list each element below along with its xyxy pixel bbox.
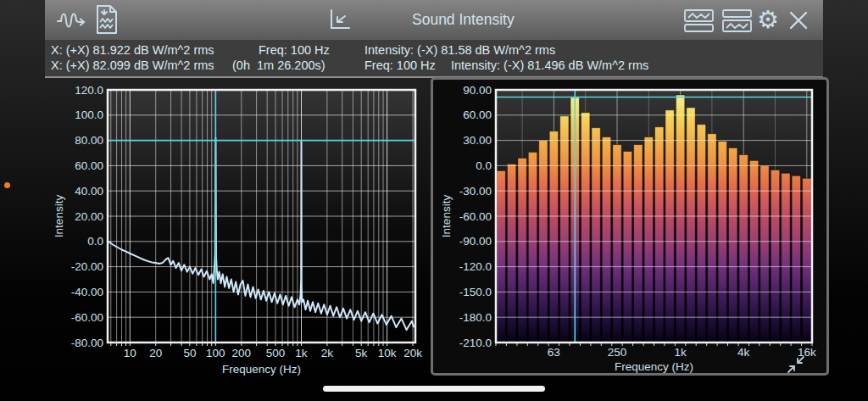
svg-text:-180.0: -180.0 [459, 311, 492, 324]
svg-text:50: 50 [183, 347, 196, 359]
split-view-top-icon[interactable] [683, 8, 715, 32]
svg-text:0.0: 0.0 [87, 235, 103, 248]
svg-text:Intensity: Intensity [440, 195, 453, 238]
svg-text:90.00: 90.00 [463, 84, 492, 97]
svg-text:60.00: 60.00 [75, 159, 103, 172]
svg-text:1k: 1k [674, 346, 687, 359]
svg-text:-60.00: -60.00 [459, 210, 492, 223]
readout-intensity-2: Intensity: (-X) 81.496 dB W/m^2 rms [451, 58, 648, 72]
cursor-axes-icon[interactable] [326, 8, 352, 33]
readout-x-value-1: X: (+X) 81.922 dB W/m^2 rms [51, 43, 214, 57]
resize-handle-icon[interactable] [785, 354, 807, 376]
svg-text:10: 10 [124, 347, 136, 359]
home-indicator[interactable] [323, 386, 545, 392]
svg-text:10k: 10k [378, 347, 397, 359]
svg-text:500: 500 [266, 347, 286, 359]
close-icon[interactable] [787, 9, 810, 31]
svg-text:40.00: 40.00 [75, 185, 103, 198]
svg-text:20: 20 [149, 347, 162, 359]
fft-spectrum-chart[interactable]: 120.0100.080.0060.0040.0020.000.0-20.00-… [51, 81, 428, 377]
svg-text:200: 200 [232, 347, 252, 359]
svg-text:-60.00: -60.00 [71, 311, 103, 324]
svg-text:0.0: 0.0 [476, 159, 492, 172]
octave-chart-panel: 90.0060.0030.000.0-30.00-60.00-90.00-120… [431, 77, 829, 376]
octave-spectrum-chart[interactable]: 90.0060.0030.000.0-30.00-60.00-90.00-120… [433, 80, 826, 373]
svg-text:Frequency (Hz): Frequency (Hz) [615, 360, 693, 373]
svg-text:30.00: 30.00 [463, 134, 492, 147]
readout-x-value-2: X: (+X) 82.099 dB W/m^2 rms [51, 58, 214, 72]
svg-text:80.00: 80.00 [75, 134, 103, 147]
svg-text:100: 100 [206, 347, 225, 359]
cursor-readout-bar: X: (+X) 81.922 dB W/m^2 rms Freq: 100 Hz… [45, 40, 823, 78]
svg-text:-210.0: -210.0 [459, 337, 492, 349]
app-screen: Sound Intensity ⚙ X: (+X) 81.922 dB W/m^… [0, 0, 868, 401]
svg-text:20.00: 20.00 [75, 210, 103, 223]
svg-text:-30.00: -30.00 [459, 185, 492, 198]
toolbar: Sound Intensity ⚙ [45, 0, 823, 41]
svg-text:20k: 20k [403, 347, 422, 359]
page-title: Sound Intensity [412, 11, 515, 29]
svg-text:-80.00: -80.00 [71, 337, 103, 349]
svg-text:2k: 2k [321, 347, 334, 359]
svg-text:100.0: 100.0 [75, 109, 103, 121]
record-to-file-icon[interactable] [94, 4, 120, 35]
svg-text:-20.00: -20.00 [71, 260, 103, 273]
svg-text:4k: 4k [737, 346, 750, 359]
svg-text:60.00: 60.00 [463, 109, 492, 121]
svg-text:250: 250 [608, 346, 627, 359]
readout-freq-1: Freq: 100 Hz [259, 43, 330, 57]
svg-text:63: 63 [548, 346, 560, 359]
svg-text:120.0: 120.0 [75, 84, 103, 97]
svg-text:-40.00: -40.00 [71, 286, 103, 298]
svg-text:-90.00: -90.00 [459, 235, 492, 248]
readout-intensity-1: Intensity: (-X) 81.58 dB W/m^2 rms [364, 43, 555, 57]
settings-gear-icon[interactable]: ⚙ [757, 5, 779, 34]
mic-in-use-indicator [4, 182, 10, 188]
svg-text:-120.0: -120.0 [459, 260, 492, 273]
svg-text:Intensity: Intensity [53, 195, 65, 238]
svg-text:1k: 1k [295, 347, 308, 359]
readout-time: (0h 1m 26.200s) [232, 58, 326, 72]
readout-freq-2: Freq: 100 Hz [364, 58, 436, 72]
svg-text:-150.0: -150.0 [459, 286, 492, 298]
svg-text:5k: 5k [355, 347, 368, 359]
split-view-bottom-icon[interactable] [721, 8, 754, 32]
svg-text:Frequency (Hz): Frequency (Hz) [222, 363, 301, 376]
signal-generator-icon[interactable] [56, 8, 88, 33]
